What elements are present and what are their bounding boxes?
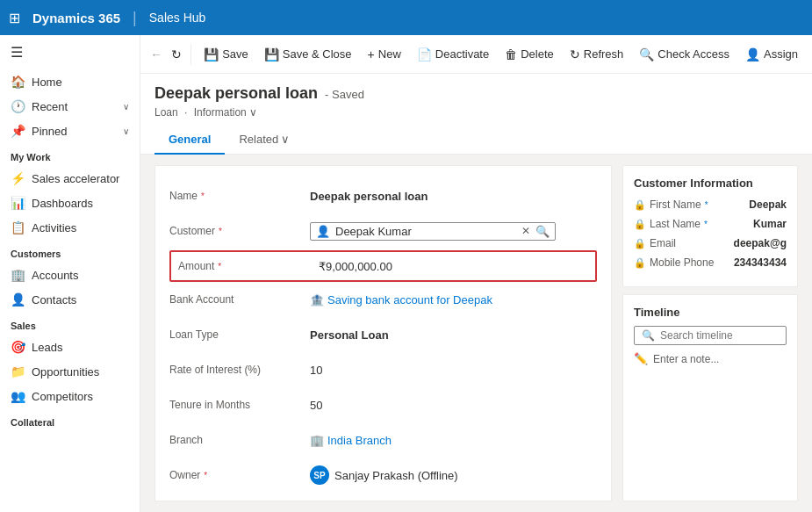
first-name-row: 🔒 First Name * Deepak <box>634 198 787 211</box>
check-access-label: Check Access <box>658 47 729 61</box>
tab-bar: General Related ∨ <box>154 126 798 154</box>
timeline-note-placeholder: Enter a note... <box>653 353 719 365</box>
collateral-header: Collateral <box>0 408 140 431</box>
customer-clear-icon[interactable]: ✕ <box>521 225 530 237</box>
name-label: Name * <box>169 190 310 202</box>
assign-label: Assign <box>764 47 798 61</box>
sales-accel-icon: ⚡ <box>11 171 25 185</box>
bank-account-label: Bank Account <box>169 293 310 306</box>
activities-icon: 📋 <box>11 220 25 234</box>
check-access-icon: 🔍 <box>639 47 654 61</box>
new-button[interactable]: + New <box>361 44 408 65</box>
first-name-required: * <box>705 200 708 210</box>
email-value: deepak@g <box>734 237 787 249</box>
refresh-label: Refresh <box>584 47 624 61</box>
tab-related[interactable]: Related ∨ <box>225 126 304 155</box>
amount-value[interactable]: ₹9,000,000.00 <box>319 260 588 273</box>
delete-button[interactable]: 🗑 Delete <box>498 44 561 65</box>
tenure-value[interactable]: 50 <box>310 399 597 412</box>
timeline-search-bar[interactable]: 🔍 <box>634 326 787 345</box>
related-chevron-icon: ∨ <box>281 133 290 146</box>
sidebar-item-accounts[interactable]: 🏢 Accounts <box>0 263 140 287</box>
owner-label: Owner * <box>169 469 310 481</box>
save-button[interactable]: 💾 Save <box>197 44 255 65</box>
last-name-row: 🔒 Last Name * Kumar <box>634 218 787 230</box>
sidebar-item-sales-accel-label: Sales accelerator <box>32 172 129 185</box>
last-name-required: * <box>704 220 708 229</box>
sidebar-item-contacts[interactable]: 👤 Contacts <box>0 287 140 312</box>
page-title-row: Deepak personal loan - Saved <box>154 84 798 103</box>
save-close-icon: 💾 <box>264 47 279 61</box>
breadcrumb-separator: · <box>184 106 187 119</box>
recent-chevron-icon: ∨ <box>123 102 129 112</box>
customer-search-icon[interactable]: 🔍 <box>535 225 550 238</box>
waffle-icon[interactable]: ⊞ <box>9 10 20 26</box>
pinned-icon: 📌 <box>11 124 25 138</box>
last-name-label: 🔒 Last Name * <box>634 218 708 230</box>
breadcrumb-type[interactable]: Loan <box>154 106 178 119</box>
sidebar-item-activities[interactable]: 📋 Activities <box>0 215 140 240</box>
rate-value[interactable]: 10 <box>310 364 597 377</box>
bank-account-value[interactable]: 🏦 Saving bank account for Deepak <box>310 293 597 306</box>
sidebar-item-opportunities-label: Opportunities <box>32 365 129 379</box>
rate-field-row: Rate of Interest (%) 10 <box>169 354 597 386</box>
new-icon: + <box>368 47 375 61</box>
sidebar-item-opportunities[interactable]: 📁 Opportunities <box>0 359 140 384</box>
last-name-lock-icon: 🔒 <box>634 219 646 230</box>
sidebar-item-leads[interactable]: 🎯 Leads <box>0 335 140 359</box>
tab-general[interactable]: General <box>154 126 225 155</box>
sidebar-item-competitors[interactable]: 👥 Competitors <box>0 384 140 408</box>
bank-account-icon: 🏦 <box>310 293 324 306</box>
owner-name: Sanjay Prakash (Offline) <box>334 469 458 482</box>
owner-value[interactable]: SP Sanjay Prakash (Offline) <box>310 465 597 485</box>
refresh-nav-button[interactable]: ↻ <box>168 42 186 67</box>
refresh-button[interactable]: ↻ Refresh <box>563 44 631 65</box>
owner-required: * <box>204 471 207 480</box>
email-label: 🔒 Email <box>634 237 676 249</box>
tenure-field-row: Tenure in Months 50 <box>169 389 597 421</box>
deactivate-button[interactable]: 📄 Deactivate <box>410 44 496 65</box>
check-access-button[interactable]: 🔍 Check Access <box>632 44 737 65</box>
contacts-icon: 👤 <box>11 292 25 306</box>
hamburger-button[interactable]: ☰ <box>0 35 140 69</box>
name-value[interactable]: Deepak personal loan <box>310 190 597 203</box>
timeline-search-input[interactable] <box>660 329 779 342</box>
rate-label: Rate of Interest (%) <box>169 364 310 376</box>
save-close-label: Save & Close <box>283 47 352 61</box>
sidebar-item-activities-label: Activities <box>32 221 129 234</box>
sidebar-item-leads-label: Leads <box>32 341 129 354</box>
first-name-label: 🔒 First Name * <box>634 198 708 211</box>
timeline-title: Timeline <box>634 306 787 319</box>
timeline-note-row[interactable]: ✏️ Enter a note... <box>634 352 787 365</box>
mobile-row: 🔒 Mobile Phone 234343434 <box>634 256 787 269</box>
recent-icon: 🕐 <box>11 99 25 113</box>
title-divider: | <box>133 9 137 27</box>
competitors-icon: 👥 <box>11 389 25 403</box>
customer-lookup-field[interactable]: 👤 Deepak Kumar ✕ 🔍 <box>310 222 556 241</box>
deactivate-icon: 📄 <box>417 47 432 61</box>
right-panel: Customer Information 🔒 First Name * Deep… <box>622 165 798 501</box>
sidebar-item-sales-accelerator[interactable]: ⚡ Sales accelerator <box>0 166 140 191</box>
sidebar-item-home[interactable]: 🏠 Home <box>0 69 140 94</box>
sidebar-item-dashboards[interactable]: 📊 Dashboards <box>0 191 140 215</box>
deactivate-label: Deactivate <box>435 47 489 61</box>
mobile-value: 234343434 <box>734 256 787 269</box>
sidebar-item-recent-label: Recent <box>32 100 116 113</box>
loan-type-value[interactable]: Personal Loan <box>310 328 597 342</box>
breadcrumb-view[interactable]: Information ∨ <box>194 106 257 119</box>
customer-lookup[interactable]: 👤 Deepak Kumar ✕ 🔍 <box>310 222 597 241</box>
leads-icon: 🎯 <box>11 340 25 354</box>
branch-value[interactable]: 🏢 India Branch <box>310 434 597 447</box>
sidebar-item-accounts-label: Accounts <box>32 269 129 282</box>
assign-button[interactable]: 👤 Assign <box>738 44 805 65</box>
save-close-button[interactable]: 💾 Save & Close <box>257 44 359 65</box>
customers-header: Customers <box>0 240 140 263</box>
customer-label: Customer * <box>169 225 310 237</box>
save-icon: 💾 <box>204 47 219 61</box>
sidebar-item-recent[interactable]: 🕐 Recent ∨ <box>0 94 140 119</box>
back-button[interactable]: ← <box>147 42 166 67</box>
sidebar-item-pinned[interactable]: 📌 Pinned ∨ <box>0 119 140 143</box>
branch-field-row: Branch 🏢 India Branch <box>169 424 597 456</box>
main-layout: ☰ 🏠 Home 🕐 Recent ∨ 📌 Pinned ∨ My Work ⚡… <box>0 35 812 512</box>
my-work-header: My Work <box>0 143 140 166</box>
